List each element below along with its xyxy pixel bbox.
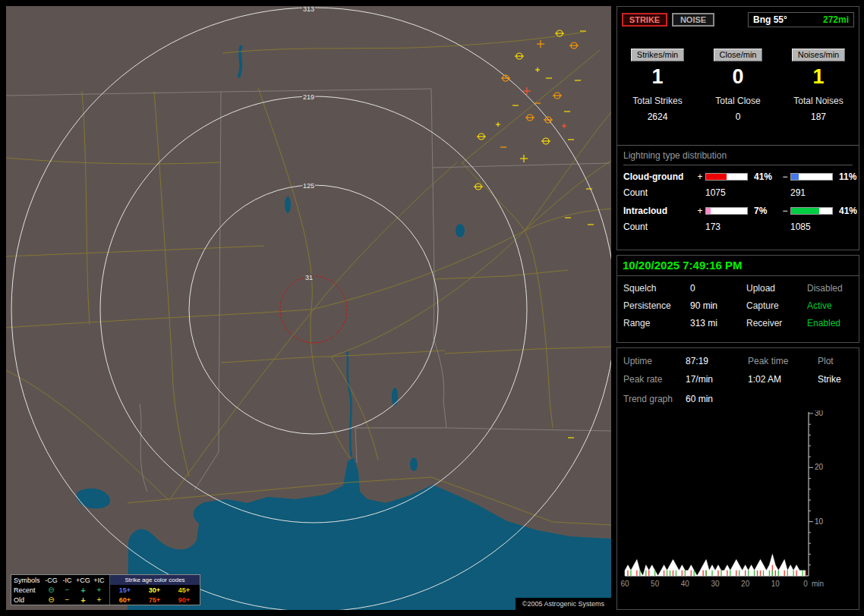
copyright-text: ©2005 Astrogenic Systems (516, 598, 611, 610)
upload-status: Disabled (807, 283, 853, 294)
svg-text:30: 30 (815, 410, 824, 417)
total-strikes-value: 2624 (617, 112, 698, 122)
trend-window-value: 60 min (686, 394, 853, 404)
close-per-min-button[interactable]: Close/min (714, 49, 763, 61)
lightning-map[interactable]: 31321912531 (6, 6, 611, 610)
trend-graph: 1020306050403020100min (617, 410, 857, 596)
svg-text:10: 10 (815, 517, 824, 526)
noise-indicator-button[interactable]: NOISE (672, 13, 714, 27)
plus-sign: + (695, 206, 705, 216)
map-area[interactable]: 31321912531 Symbols -CG -IC +CG +IC Rece… (6, 6, 611, 610)
total-strikes-label: Total Strikes (617, 96, 698, 106)
noises-rate-value: 1 (778, 65, 859, 89)
legend-col-cg-pos: +CG (75, 577, 91, 584)
minus-sign: − (780, 206, 790, 216)
ic-neg-symbol-icon: − (59, 596, 75, 604)
capture-status: Active (807, 300, 853, 311)
cg-neg-symbol-icon: ⊖ (43, 586, 59, 594)
uptime-value: 87:19 (686, 356, 748, 366)
plot-label: Plot (818, 356, 853, 366)
noises-per-min-button[interactable]: Noises/min (792, 49, 845, 61)
strike-stats-panel: STRIKE NOISE Bng 55° 272mi Strikes/min 1… (616, 6, 859, 250)
cg-neg-bar (790, 173, 833, 181)
side-panel: STRIKE NOISE Bng 55° 272mi Strikes/min 1… (616, 6, 859, 610)
close-counter: Close/min 0 Total Close 0 (698, 47, 778, 122)
distance-value: 272mi (823, 14, 849, 25)
datetime-display: 10/20/2025 7:49:16 PM (617, 256, 859, 276)
svg-text:20: 20 (741, 580, 750, 588)
status-panel: 10/20/2025 7:49:16 PM Squelch 0 Upload D… (616, 255, 859, 343)
svg-text:50: 50 (651, 580, 660, 588)
trend-panel: Uptime 87:19 Peak time Plot Peak rate 17… (616, 347, 859, 610)
ic-pos-count: 173 (705, 222, 780, 232)
total-noises-value: 187 (778, 112, 859, 122)
squelch-value: 0 (690, 283, 746, 294)
receiver-status: Enabled (807, 318, 853, 328)
strike-indicator-button[interactable]: STRIKE (622, 13, 667, 27)
ic-pos-symbol-icon: + (91, 596, 107, 604)
peak-time-value: 1:02 AM (748, 374, 818, 385)
ring-distance-label: 219 (303, 93, 314, 101)
legend-recent-label: Recent (11, 586, 43, 594)
trend-graph-label: Trend graph (623, 394, 686, 404)
peak-rate-value: 17/min (686, 374, 748, 385)
ic-neg-count: 1085 (790, 222, 864, 232)
map-legend: Symbols -CG -IC +CG +IC Recent ⊖ − + + O… (11, 574, 200, 605)
ic-neg-percent: 41% (836, 206, 859, 216)
distribution-title: Lightning type distribution (623, 150, 853, 165)
range-label: Range (623, 318, 690, 328)
svg-text:min: min (812, 580, 824, 588)
legend-symbols-header: Symbols (11, 577, 43, 584)
svg-text:60: 60 (620, 580, 629, 588)
strike-age-header: Strike age color codes (110, 575, 200, 585)
cloud-ground-label: Cloud-ground (623, 171, 695, 182)
cg-neg-symbol-icon: ⊖ (43, 596, 59, 604)
peak-time-label: Peak time (748, 356, 818, 366)
legend-col-ic-neg: -IC (59, 577, 75, 584)
svg-text:20: 20 (815, 463, 824, 471)
age-row-old: 60+75+90+ (110, 595, 200, 605)
svg-text:30: 30 (711, 580, 720, 588)
noises-counter: Noises/min 1 Total Noises 187 (778, 47, 859, 122)
total-close-label: Total Close (698, 96, 778, 106)
cg-neg-percent: 11% (836, 171, 859, 182)
count-label: Count (623, 187, 695, 198)
ic-neg-bar (790, 207, 833, 215)
uptime-label: Uptime (623, 356, 686, 366)
ic-pos-bar (705, 207, 748, 215)
age-row-recent: 15+30+45+ (110, 585, 200, 595)
total-noises-label: Total Noises (778, 96, 859, 106)
cg-pos-bar (705, 173, 748, 181)
total-close-value: 0 (698, 112, 778, 122)
lightning-detector-app: 31321912531 Symbols -CG -IC +CG +IC Rece… (0, 0, 864, 616)
cg-neg-count: 291 (790, 187, 864, 198)
ring-distance-label: 313 (303, 6, 314, 13)
bearing-value: Bng 55° (753, 14, 787, 25)
minus-sign: − (780, 171, 790, 182)
intracloud-label: Intracloud (623, 206, 695, 216)
strikes-rate-value: 1 (617, 65, 698, 89)
svg-text:40: 40 (681, 580, 690, 588)
capture-label: Capture (746, 300, 807, 311)
close-rate-value: 0 (698, 65, 778, 89)
ic-pos-symbol-icon: + (91, 586, 107, 594)
ic-pos-percent: 7% (751, 206, 780, 216)
count-label: Count (623, 222, 695, 232)
peak-rate-label: Peak rate (623, 374, 686, 385)
cg-pos-symbol-icon: + (75, 586, 91, 594)
strikes-per-min-button[interactable]: Strikes/min (631, 49, 684, 61)
legend-col-cg-neg: -CG (43, 577, 59, 584)
legend-col-ic-pos: +IC (91, 577, 107, 584)
persistence-value: 90 min (690, 300, 746, 311)
cg-pos-symbol-icon: + (75, 596, 91, 604)
ring-distance-label: 125 (303, 182, 314, 190)
cg-pos-percent: 41% (751, 171, 780, 182)
plus-sign: + (695, 171, 705, 182)
receiver-label: Receiver (746, 318, 807, 328)
legend-old-label: Old (11, 596, 43, 604)
upload-label: Upload (746, 283, 807, 294)
lightning-distribution: Lightning type distribution Cloud-ground… (617, 146, 859, 232)
svg-text:0: 0 (803, 580, 808, 588)
svg-text:10: 10 (771, 580, 780, 588)
range-value: 313 mi (690, 318, 746, 328)
